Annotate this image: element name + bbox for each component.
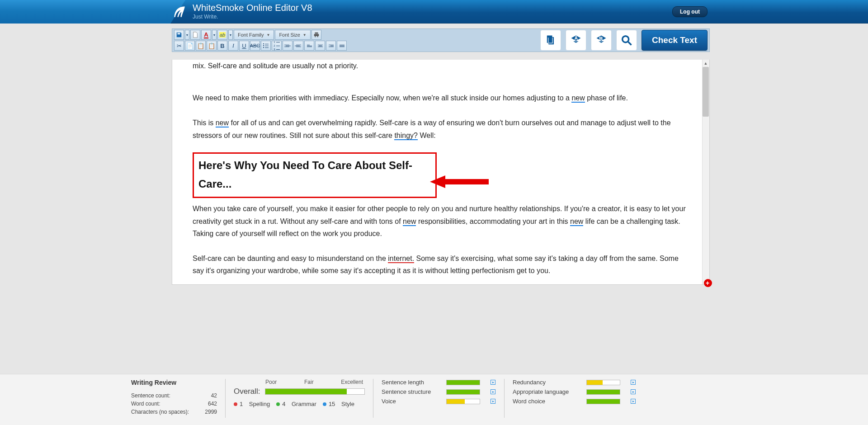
font-color-button[interactable]: A xyxy=(201,30,211,40)
metric-bar xyxy=(446,380,480,385)
overall-bar-fill xyxy=(265,389,347,394)
stats-column: Writing Review Sentence count:42 Word co… xyxy=(131,379,217,417)
stat-value: 2999 xyxy=(205,409,217,415)
save-button[interactable] xyxy=(174,30,184,40)
metric-label: Sentence length xyxy=(382,379,443,386)
indent-button[interactable] xyxy=(293,41,303,51)
cut-button[interactable]: ✂ xyxy=(174,41,184,51)
info-icon[interactable]: ▸ xyxy=(631,399,636,404)
svg-point-2 xyxy=(623,36,629,42)
dot-icon xyxy=(276,402,280,406)
metrics-column-2: Redundancy▸Appropriate language▸Word cho… xyxy=(513,379,636,405)
dictionary-button[interactable]: A xyxy=(566,30,586,51)
grammar-flag[interactable]: new xyxy=(571,94,585,103)
strike-button[interactable]: ABC xyxy=(250,41,260,51)
search-button[interactable] xyxy=(616,30,637,51)
stat-value: 642 xyxy=(208,401,217,407)
check-text-button[interactable]: Check Text xyxy=(642,30,708,51)
scrollbar-thumb[interactable] xyxy=(703,67,709,117)
toolbar: ▼ A ▼ ab ▼ Font Family▼ Font Size▼ ✂ 📄 📋… xyxy=(172,28,710,52)
number-list-button[interactable]: 1 2 3 xyxy=(272,41,282,51)
highlight-dropdown[interactable]: ▼ xyxy=(228,30,233,40)
app-tagline: Just Write. xyxy=(193,14,312,20)
resize-handle-icon[interactable]: + xyxy=(703,278,713,288)
metric-bar xyxy=(446,389,480,395)
divider xyxy=(373,379,373,418)
highlight-button[interactable]: ab xyxy=(217,30,227,40)
overall-bar xyxy=(265,388,365,395)
metric-bar xyxy=(586,380,620,385)
feather-icon xyxy=(171,5,188,20)
legend-style: 15 Style xyxy=(323,401,354,407)
text-fragment: We need to make them priorities with imm… xyxy=(193,94,571,102)
editor-frame: mix. Self-care and solitude are usually … xyxy=(172,60,710,285)
italic-button[interactable]: I xyxy=(228,41,238,51)
logout-button[interactable]: Log out xyxy=(672,6,708,17)
templates-button[interactable] xyxy=(540,30,561,51)
translator-button[interactable]: 我 xyxy=(591,30,612,51)
font-size-select[interactable]: Font Size▼ xyxy=(275,30,310,40)
metrics-column-1: Sentence length▸Sentence structure▸Voice… xyxy=(382,379,496,405)
align-left-button[interactable] xyxy=(304,41,314,51)
bold-button[interactable]: B xyxy=(217,41,227,51)
info-icon[interactable]: ▸ xyxy=(631,380,636,385)
editor-content[interactable]: mix. Self-care and solitude are usually … xyxy=(172,60,709,284)
metric-bar xyxy=(586,399,620,404)
dot-icon xyxy=(234,402,237,406)
overall-label: Overall: xyxy=(234,387,260,396)
spelling-flag[interactable]: internet. xyxy=(388,255,414,263)
save-dropdown[interactable]: ▼ xyxy=(185,30,189,40)
text-fragment: responsibilities, accommodating your art… xyxy=(416,217,570,225)
grammar-flag[interactable]: new xyxy=(403,217,416,226)
grammar-flag[interactable]: thingy? xyxy=(394,132,418,140)
info-icon[interactable]: ▸ xyxy=(491,399,495,404)
font-family-select[interactable]: Font Family▼ xyxy=(234,30,274,40)
app-logo-block: WhiteSmoke Online Editor V8 Just Write. xyxy=(171,3,312,20)
grammar-flag[interactable]: new xyxy=(216,119,229,128)
metric-label: Word choice xyxy=(513,398,583,405)
align-justify-button[interactable] xyxy=(337,41,347,51)
heading-highlight-box: Here's Why You Need To Care About Self-C… xyxy=(193,152,437,198)
stat-label: Characters (no spaces): xyxy=(131,409,189,415)
divider xyxy=(504,379,505,418)
app-title: WhiteSmoke Online Editor V8 xyxy=(193,3,312,13)
bullet-list-button[interactable] xyxy=(261,41,271,51)
scroll-up-button[interactable]: ▲ xyxy=(702,60,709,67)
scrollbar-track[interactable]: ▲ xyxy=(702,60,709,284)
info-icon[interactable]: ▸ xyxy=(491,380,495,385)
app-header: WhiteSmoke Online Editor V8 Just Write. … xyxy=(0,0,868,24)
scale-poor: Poor xyxy=(265,379,277,385)
stat-label: Word count: xyxy=(131,401,160,407)
legend-grammar: 4 Grammar xyxy=(276,401,316,407)
editor-scroll: mix. Self-care and solitude are usually … xyxy=(172,60,709,284)
align-center-button[interactable] xyxy=(315,41,325,51)
metric-bar xyxy=(446,399,480,404)
svg-line-3 xyxy=(628,42,632,45)
info-icon[interactable]: ▸ xyxy=(491,389,495,394)
dot-icon xyxy=(323,402,326,406)
print-button[interactable] xyxy=(311,30,321,40)
underline-button[interactable]: U xyxy=(239,41,249,51)
new-doc-button[interactable] xyxy=(190,30,200,40)
scale-fair: Fair xyxy=(304,379,314,385)
font-color-dropdown[interactable]: ▼ xyxy=(212,30,217,40)
paste-word-button[interactable]: 📋 xyxy=(207,41,217,51)
paste-button[interactable]: 📋 xyxy=(196,41,206,51)
metric-label: Sentence structure xyxy=(382,388,443,395)
align-right-button[interactable] xyxy=(326,41,336,51)
text-fragment: phase of life. xyxy=(585,94,628,102)
metric-label: Voice xyxy=(382,398,443,405)
svg-text:A: A xyxy=(575,35,578,41)
copy-button[interactable]: 📄 xyxy=(185,41,195,51)
stat-label: Sentence count: xyxy=(131,392,170,399)
outdent-button[interactable] xyxy=(283,41,292,51)
scale-excellent: Excellent xyxy=(341,379,363,385)
header-wedge xyxy=(0,0,185,24)
section-heading: Here's Why You Need To Care About Self-C… xyxy=(198,156,431,194)
metric-label: Appropriate language xyxy=(513,388,583,395)
svg-marker-4 xyxy=(430,175,489,188)
text-fragment: Self-care can be daunting and easy to mi… xyxy=(193,255,388,262)
svg-text:+: + xyxy=(706,279,709,287)
grammar-flag[interactable]: new xyxy=(570,217,583,226)
info-icon[interactable]: ▸ xyxy=(631,389,636,394)
